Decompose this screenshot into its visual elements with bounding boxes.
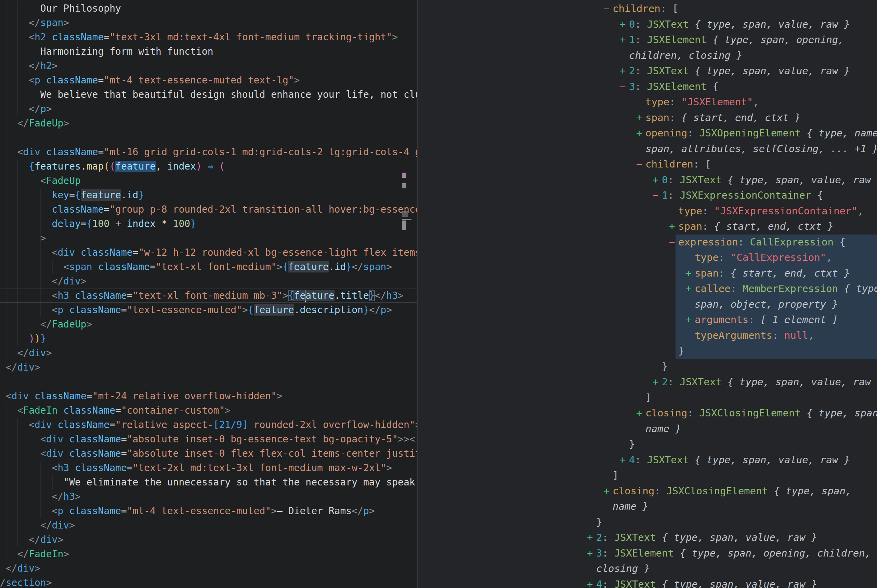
ast-row[interactable]: +opening: JSXOpeningElement { type, name… (418, 126, 877, 141)
expand-toggle-icon[interactable]: + (620, 32, 626, 48)
code-line[interactable]: <div className="absolute inset-0 bg-esse… (0, 432, 418, 447)
expand-toggle-icon[interactable]: + (685, 312, 691, 328)
collapse-toggle-icon[interactable]: − (669, 234, 675, 250)
ast-row[interactable]: span, attributes, selfClosing, ... +1 } (418, 141, 877, 157)
code-line[interactable]: {features.map((feature, index) ⇒ ( (0, 159, 418, 174)
code-line[interactable]: key={feature.id} (0, 188, 418, 202)
code-editor-pane[interactable]: Our Philosophy </span> <h2 className="te… (0, 0, 418, 588)
code-line[interactable]: <FadeUp (0, 174, 418, 188)
ast-row[interactable]: +span: { start, end, ctxt } (418, 110, 877, 126)
code-line[interactable]: </FadeIn> (0, 547, 418, 561)
expand-toggle-icon[interactable]: + (620, 452, 626, 468)
expand-toggle-icon[interactable]: + (685, 266, 691, 281)
code-line[interactable]: We believe that beautiful design should … (0, 87, 418, 102)
ast-row[interactable]: +0: JSXText { type, span, value, raw } (418, 17, 877, 33)
code-line[interactable]: </p> (0, 102, 418, 116)
code-line[interactable]: <div className="absolute inset-0 flex fl… (0, 447, 418, 461)
ast-row[interactable]: type: "CallExpression", (418, 250, 877, 266)
ast-row[interactable]: +0: JSXText { type, span, value, raw } (418, 172, 877, 188)
ast-row[interactable]: +closing: JSXClosingElement { type, span… (418, 483, 877, 499)
code-line[interactable]: <h3 className="text-2xl md:text-3xl font… (0, 461, 418, 475)
ast-row[interactable]: +4: JSXText { type, span, value, raw } (418, 577, 877, 588)
code-line[interactable]: <div className="relative aspect-[21/9] r… (0, 418, 418, 432)
code-line[interactable]: </div> (0, 518, 418, 532)
expand-toggle-icon[interactable]: + (653, 172, 658, 188)
ast-row[interactable]: −children: [ (418, 157, 877, 172)
ast-row[interactable]: } (418, 359, 877, 375)
code-line[interactable]: </div> (0, 360, 418, 375)
expand-toggle-icon[interactable]: + (620, 63, 626, 79)
ast-row[interactable]: +2: JSXText { type, span, value, raw } (418, 530, 877, 546)
ast-row[interactable]: −children: [ (418, 1, 877, 17)
expand-toggle-icon[interactable]: + (636, 405, 642, 421)
ast-row[interactable]: } (418, 436, 877, 452)
code-line[interactable]: ))} (0, 332, 418, 346)
collapse-toggle-icon[interactable]: − (653, 188, 658, 203)
expand-toggle-icon[interactable]: + (604, 483, 609, 499)
ast-row[interactable]: +2: JSXText { type, span, value, raw } (418, 374, 877, 390)
code-line[interactable]: </div> (0, 532, 418, 547)
code-line[interactable]: > (0, 231, 418, 246)
expand-toggle-icon[interactable]: + (636, 126, 642, 141)
expand-toggle-icon[interactable]: + (587, 546, 593, 561)
expand-toggle-icon[interactable]: + (620, 17, 626, 33)
code-line[interactable]: <FadeIn className="container-custom"> (0, 404, 418, 418)
expand-toggle-icon[interactable]: + (669, 219, 675, 234)
ast-row[interactable]: +1: JSXElement { type, span, opening, (418, 32, 877, 48)
ast-row[interactable]: span, object, property } (418, 297, 877, 312)
overview-ruler[interactable] (402, 0, 402, 588)
code-line[interactable]: </FadeUp> (0, 317, 418, 332)
collapse-toggle-icon[interactable]: − (620, 79, 626, 95)
code-line[interactable]: </h3> (0, 489, 418, 504)
ast-row[interactable]: +3: JSXElement { type, span, opening, ch… (418, 546, 877, 561)
code-line[interactable]: <p className="mt-4 text-essence-muted">—… (0, 504, 418, 518)
ast-row[interactable]: type: "JSXExpressionContainer", (418, 203, 877, 219)
code-line[interactable]: <div className="mt-24 relative overflow-… (0, 389, 418, 404)
ast-row[interactable]: +callee: MemberExpression { type, (418, 281, 877, 297)
ast-row[interactable]: +span: { start, end, ctxt } (418, 219, 877, 234)
pane-divider[interactable] (417, 0, 418, 588)
expand-toggle-icon[interactable]: + (587, 530, 593, 546)
ast-row[interactable]: } (418, 514, 877, 530)
expand-toggle-icon[interactable]: + (636, 110, 642, 126)
ast-row[interactable]: +4: JSXText { type, span, value, raw } (418, 452, 877, 468)
code-line[interactable]: Harmonizing form with function (0, 45, 418, 59)
code-line[interactable]: </div> (0, 274, 418, 288)
code-line[interactable]: <h2 className="text-3xl md:text-4xl font… (0, 30, 418, 45)
code-line[interactable]: delay={100 + index * 100} (0, 217, 418, 231)
ast-row[interactable]: name } (418, 499, 877, 514)
ast-row[interactable]: −3: JSXElement { (418, 79, 877, 95)
ast-row[interactable]: name } (418, 421, 877, 437)
ast-row[interactable]: } (418, 343, 877, 359)
expand-toggle-icon[interactable]: + (587, 577, 593, 588)
collapse-toggle-icon[interactable]: − (604, 1, 609, 17)
code-line[interactable]: <div className="w-12 h-12 rounded-xl bg-… (0, 246, 418, 260)
code-line[interactable]: <div className="mt-16 grid grid-cols-1 m… (0, 145, 418, 159)
code-line[interactable] (0, 130, 418, 145)
ast-row[interactable]: −1: JSXExpressionContainer { (418, 188, 877, 203)
code-line[interactable]: <span className="text-xl font-medium">{f… (0, 260, 418, 274)
collapse-toggle-icon[interactable]: − (636, 157, 642, 172)
ast-row[interactable]: type: "JSXElement", (418, 94, 877, 110)
code-line[interactable]: <p className="mt-4 text-essence-muted te… (0, 73, 418, 87)
code-line[interactable]: "We eliminate the unnecessary so that th… (0, 475, 418, 489)
code-line[interactable]: className="group p-8 rounded-2xl transit… (0, 202, 418, 217)
code-line[interactable] (0, 375, 418, 389)
ast-row[interactable]: +closing: JSXClosingElement { type, span… (418, 405, 877, 421)
code-line[interactable]: <h3 className="text-xl font-medium mb-3"… (0, 288, 418, 303)
ast-row[interactable]: +arguments: [ 1 element ] (418, 312, 877, 328)
code-line[interactable]: <p className="text-essence-muted">{featu… (0, 303, 418, 317)
code-line[interactable]: </span> (0, 16, 418, 30)
code-line[interactable]: </section> (0, 576, 418, 588)
code-line[interactable]: Our Philosophy (0, 2, 418, 16)
ast-row[interactable]: −expression: CallExpression { (418, 234, 877, 250)
code-line[interactable]: </div> (0, 346, 418, 360)
expand-toggle-icon[interactable]: + (685, 281, 691, 297)
ast-row[interactable]: ] (418, 468, 877, 483)
ast-row[interactable]: ] (418, 390, 877, 406)
ast-row[interactable]: +2: JSXText { type, span, value, raw } (418, 63, 877, 79)
code-line[interactable]: </div> (0, 561, 418, 576)
ast-row[interactable]: children, closing } (418, 48, 877, 64)
code-line[interactable]: </h2> (0, 59, 418, 73)
ast-tree-pane[interactable]: −children: [+0: JSXText { type, span, va… (418, 0, 877, 588)
